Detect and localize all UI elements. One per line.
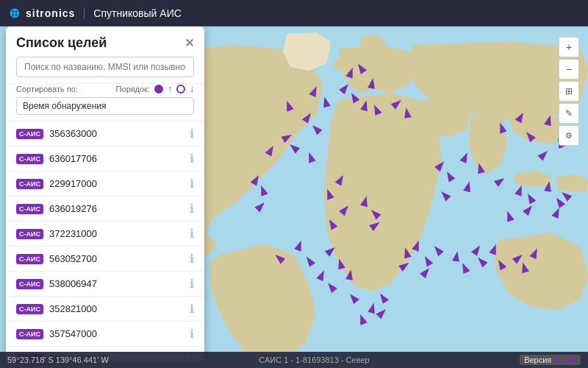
layers-button[interactable]: ⊞ bbox=[559, 81, 579, 102]
settings-button[interactable]: ⚙ bbox=[559, 125, 579, 146]
zoom-out-button[interactable]: − bbox=[559, 59, 579, 79]
map-controls: + − ⊞ ✎ ⚙ bbox=[559, 37, 579, 146]
info-icon[interactable]: ℹ bbox=[190, 202, 194, 216]
vessel-id: 538006947 bbox=[49, 278, 190, 289]
app-header: ⊕ sitronics Спутниковый АИС bbox=[0, 0, 588, 26]
list-item[interactable]: С-АИС 563052700 ℹ bbox=[6, 247, 204, 272]
info-icon[interactable]: ℹ bbox=[190, 227, 194, 241]
sidebar-panel: Список целей ✕ Сортировать по: Порядок: … bbox=[6, 26, 204, 362]
app-title: Спутниковый АИС bbox=[84, 7, 181, 19]
coords-text: 59°23.718' S 139°46.441' W bbox=[7, 355, 109, 364]
info-icon[interactable]: ℹ bbox=[190, 252, 194, 266]
info-icon[interactable]: ℹ bbox=[190, 302, 194, 316]
info-icon[interactable]: ℹ bbox=[190, 277, 194, 291]
logo-text: sitronics bbox=[26, 7, 75, 19]
vessel-id: 357547000 bbox=[49, 328, 190, 339]
c-ais-badge: С-АИС bbox=[16, 154, 43, 164]
search-input[interactable] bbox=[16, 57, 194, 77]
c-ais-badge: С-АИС bbox=[16, 279, 43, 289]
c-ais-badge: С-АИС bbox=[16, 304, 43, 314]
list-item[interactable]: С-АИС 372231000 ℹ bbox=[6, 222, 204, 247]
list-item[interactable]: С-АИС 352821000 ℹ bbox=[6, 297, 204, 322]
version-number: 0.1.46 bbox=[553, 355, 576, 364]
sort-select[interactable]: Время обнаружения bbox=[16, 97, 194, 115]
asc-arrow[interactable]: ↑ bbox=[168, 84, 172, 94]
system-info: САИС 1 - 1-81693813 - Север bbox=[259, 355, 369, 364]
status-bar: 59°23.718' S 139°46.441' W САИС 1 - 1-81… bbox=[0, 352, 588, 368]
vessel-id: 563052700 bbox=[49, 253, 190, 264]
logo: ⊕ sitronics bbox=[9, 5, 75, 21]
vessel-id: 229917000 bbox=[49, 178, 190, 189]
c-ais-badge: С-АИС bbox=[16, 329, 43, 339]
list-item[interactable]: С-АИС 636017706 ℹ bbox=[6, 146, 204, 171]
sidebar-title: Список целей ✕ bbox=[16, 35, 194, 51]
version-badge: Версия 0.1.46 bbox=[520, 355, 581, 365]
c-ais-badge: С-АИС bbox=[16, 129, 43, 139]
info-icon[interactable]: ℹ bbox=[190, 327, 194, 341]
info-icon[interactable]: ℹ bbox=[190, 152, 194, 166]
version-label: Версия bbox=[524, 355, 551, 364]
sort-by-label: Сортировать по: bbox=[16, 85, 78, 93]
targets-list: С-АИС 356363000 ℹ С-АИС 636017706 ℹ С-АИ… bbox=[6, 121, 204, 362]
list-item[interactable]: С-АИС 229917000 ℹ bbox=[6, 171, 204, 197]
coordinates-display: 59°23.718' S 139°46.441' W bbox=[7, 355, 109, 364]
vessel-id: 352821000 bbox=[49, 303, 190, 314]
vessel-id: 372231000 bbox=[49, 228, 190, 239]
list-item[interactable]: С-АИС 356363000 ℹ bbox=[6, 121, 204, 146]
list-item[interactable]: С-АИС 357547000 ℹ bbox=[6, 322, 204, 347]
info-icon[interactable]: ℹ bbox=[190, 127, 194, 141]
vessel-id: 356363000 bbox=[49, 128, 190, 139]
desc-arrow[interactable]: ↓ bbox=[190, 84, 194, 94]
system-text: САИС 1 - 1-81693813 - Север bbox=[259, 355, 369, 364]
info-icon[interactable]: ℹ bbox=[190, 177, 194, 191]
version-display: Версия 0.1.46 bbox=[520, 355, 581, 364]
c-ais-badge: С-АИС bbox=[16, 229, 43, 239]
sort-controls: Сортировать по: Порядок: ↑ ↓ Время обнар… bbox=[6, 84, 204, 121]
order-asc-radio[interactable] bbox=[154, 85, 163, 93]
list-item[interactable]: С-АИС 538006947 ℹ bbox=[6, 272, 204, 297]
logo-icon: ⊕ bbox=[9, 5, 20, 21]
sidebar-header: Список целей ✕ bbox=[6, 26, 204, 84]
sidebar-title-text: Список целей bbox=[16, 35, 107, 51]
vessel-id: 636019276 bbox=[49, 203, 190, 214]
order-desc-radio[interactable] bbox=[176, 85, 185, 93]
order-label: Порядок: bbox=[116, 85, 150, 93]
c-ais-badge: С-АИС bbox=[16, 179, 43, 189]
measure-button[interactable]: ✎ bbox=[559, 103, 579, 124]
zoom-in-button[interactable]: + bbox=[559, 37, 579, 57]
list-item[interactable]: С-АИС 636019276 ℹ bbox=[6, 197, 204, 222]
c-ais-badge: С-АИС bbox=[16, 204, 43, 214]
c-ais-badge: С-АИС bbox=[16, 254, 43, 264]
order-buttons: Порядок: ↑ ↓ bbox=[116, 84, 194, 94]
sort-select-wrapper: Время обнаружения bbox=[16, 97, 194, 115]
close-button[interactable]: ✕ bbox=[184, 38, 194, 49]
vessel-id: 636017706 bbox=[49, 153, 190, 164]
